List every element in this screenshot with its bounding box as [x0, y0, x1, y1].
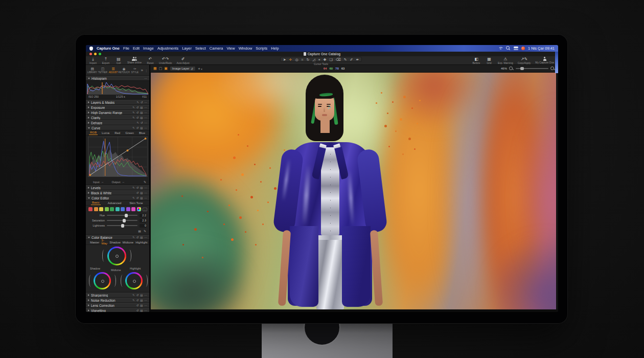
- swatch-options-button[interactable]: –: [143, 208, 147, 211]
- midtone-left-arc[interactable]: [102, 250, 106, 262]
- menu-image[interactable]: Image: [143, 46, 154, 51]
- menu-scripts[interactable]: Scripts: [256, 46, 267, 51]
- photo-canvas[interactable]: [151, 73, 556, 309]
- panel-more-icon[interactable]: [145, 186, 148, 190]
- export-button[interactable]: ⤒ Export: [102, 57, 110, 64]
- panel-more-icon[interactable]: [145, 121, 148, 125]
- reset-icon[interactable]: [136, 303, 139, 307]
- spot-tool[interactable]: ⌖: [318, 57, 320, 62]
- panel-vignetting[interactable]: Vignetting: [86, 308, 149, 312]
- saturation-slider[interactable]: [107, 220, 137, 221]
- panel-more-icon[interactable]: [145, 105, 148, 109]
- reset-icon[interactable]: [136, 110, 139, 115]
- presets-icon[interactable]: [140, 293, 143, 297]
- edit-brush-icon[interactable]: [136, 121, 139, 125]
- swatch-red[interactable]: [88, 207, 93, 211]
- share-online-button[interactable]: Share online: [127, 57, 142, 64]
- reset-icon[interactable]: [136, 308, 139, 312]
- panel-layers-masks[interactable]: Layers & Masks: [86, 100, 149, 105]
- tab-adjust[interactable]: ☰ ADJUST: [108, 67, 118, 74]
- reset-icon[interactable]: [141, 121, 143, 125]
- layer-dropdown[interactable]: Image Layer ⇵: [170, 66, 196, 71]
- edit-brush-icon[interactable]: [136, 100, 139, 104]
- undo-redo-button[interactable]: ↶↷ Undo/Redo: [159, 57, 172, 64]
- menu-view[interactable]: View: [227, 46, 235, 51]
- ce-tab-advanced[interactable]: Advanced: [107, 201, 123, 205]
- ce-tab-basic[interactable]: Basic: [91, 200, 101, 205]
- edit-brush-icon[interactable]: [132, 116, 135, 120]
- menu-edit[interactable]: Edit: [133, 46, 140, 51]
- reset-icon[interactable]: [136, 293, 139, 297]
- edit-brush-icon[interactable]: [132, 126, 135, 130]
- hue-slider-thumb[interactable]: [125, 214, 128, 217]
- panel-exposure[interactable]: Exposure: [86, 105, 149, 110]
- hue-slider[interactable]: [107, 215, 137, 216]
- curve-editor[interactable]: [86, 136, 149, 180]
- draw-mask-tool[interactable]: ✎: [344, 57, 347, 62]
- app-badge-dot[interactable]: [521, 47, 525, 50]
- panel-more-icon[interactable]: ⋯: [145, 76, 148, 80]
- cb-tab-midtone[interactable]: Midtone: [122, 240, 134, 244]
- erase-tool[interactable]: ⌫: [336, 57, 341, 62]
- panel-more-icon[interactable]: [145, 303, 148, 307]
- reset-icon[interactable]: [136, 191, 139, 195]
- zoom-in-icon[interactable]: [550, 66, 555, 71]
- shadow-wheel[interactable]: [94, 272, 111, 289]
- reset-icon[interactable]: [136, 196, 139, 200]
- auto-adjust-button[interactable]: ✐ Auto Adjust: [176, 57, 189, 64]
- highlight-wheel[interactable]: [125, 272, 143, 289]
- panel-more-icon[interactable]: [145, 191, 148, 195]
- pick-color-tool[interactable]: ✒: [356, 57, 359, 62]
- menu-help[interactable]: Help: [271, 46, 279, 51]
- panel-levels[interactable]: Levels: [86, 185, 149, 190]
- swatch-purple[interactable]: [126, 207, 130, 211]
- menubar-app-name[interactable]: Capture One: [97, 46, 120, 51]
- copy-apply-button[interactable]: ↗✎ Copy/Apply: [518, 57, 531, 64]
- reset-icon[interactable]: [141, 100, 143, 104]
- import-button[interactable]: ⤓ Import: [89, 57, 97, 64]
- presets-icon[interactable]: [140, 303, 143, 307]
- window-titlebar[interactable]: Capture One Catalog: [86, 52, 558, 56]
- zoom-slider-thumb[interactable]: [520, 67, 524, 70]
- panel-color-balance-header[interactable]: Color Balance: [86, 235, 149, 240]
- panel-more-icon[interactable]: [145, 308, 148, 312]
- swatch-magenta[interactable]: [131, 207, 135, 211]
- heal-tool[interactable]: ✚: [324, 57, 327, 62]
- panel-more-icon[interactable]: [145, 293, 148, 297]
- rotate-tool[interactable]: ↻: [306, 57, 309, 62]
- presets-icon[interactable]: [140, 126, 143, 130]
- panel-high-dynamic-range[interactable]: High Dynamic Range: [86, 110, 149, 115]
- cb-tab-shadow[interactable]: Shadow: [108, 240, 122, 244]
- shadow-left-arc[interactable]: [89, 275, 93, 287]
- my-capture-one-button[interactable]: My Capture One: [535, 57, 554, 64]
- presets-icon[interactable]: [140, 110, 143, 115]
- edit-brush-icon[interactable]: [132, 110, 135, 115]
- saturation-value[interactable]: 2.3: [140, 219, 147, 222]
- presets-icon[interactable]: [140, 196, 143, 200]
- menu-adjustments[interactable]: Adjustments: [157, 46, 178, 51]
- linear-mask-tool[interactable]: ✐: [350, 57, 353, 62]
- color-picker-icon[interactable]: [144, 229, 146, 233]
- shadow-right-arc[interactable]: [112, 275, 116, 287]
- highlight-right-arc[interactable]: [144, 275, 148, 287]
- pan-tool[interactable]: ✛: [289, 57, 292, 62]
- swatch-rainbow[interactable]: [137, 207, 141, 211]
- presets-icon[interactable]: [138, 229, 141, 233]
- reset-button[interactable]: ↶ Reset: [146, 57, 154, 64]
- tab-style[interactable]: ✑ STYLE: [130, 67, 140, 74]
- panel-more-icon[interactable]: [145, 110, 148, 115]
- panel-more-icon[interactable]: [145, 100, 148, 104]
- menu-file[interactable]: File: [123, 46, 129, 51]
- reset-icon[interactable]: [136, 186, 139, 190]
- exposure-warning-button[interactable]: ⚠ Exp. Warning: [498, 57, 513, 64]
- swatch-aqua[interactable]: [116, 207, 120, 211]
- panel-color-editor-header[interactable]: Color Editor: [86, 195, 149, 200]
- lightness-slider-thumb[interactable]: [121, 224, 124, 228]
- panel-lens-correction[interactable]: Lens Correction: [86, 303, 149, 308]
- panel-more-icon[interactable]: [145, 116, 148, 120]
- menu-window[interactable]: Window: [239, 46, 252, 51]
- edit-brush-icon[interactable]: [132, 196, 135, 200]
- edit-brush-icon[interactable]: [132, 235, 135, 239]
- edit-brush-icon[interactable]: [132, 293, 135, 297]
- presets-icon[interactable]: [140, 191, 143, 195]
